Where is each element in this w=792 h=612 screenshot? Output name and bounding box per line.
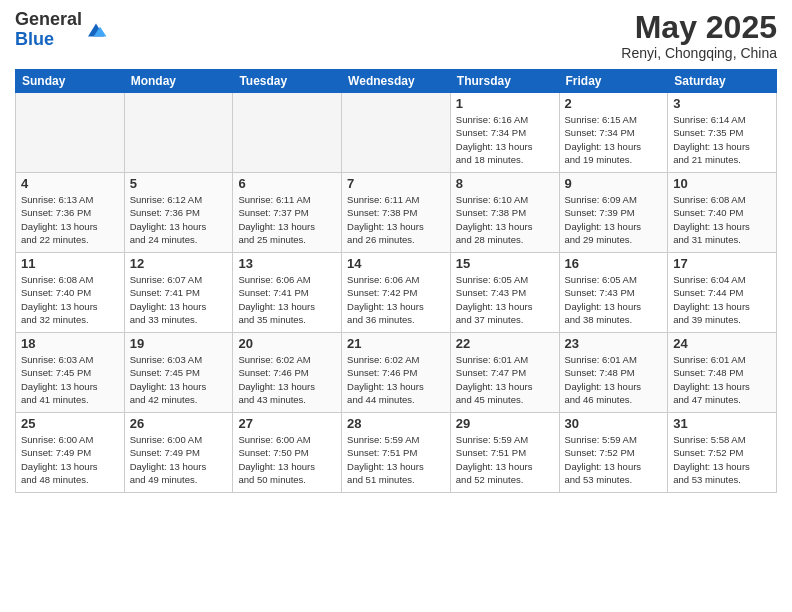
day-info: Sunrise: 6:02 AM Sunset: 7:46 PM Dayligh…	[347, 353, 445, 406]
day-info: Sunrise: 6:07 AM Sunset: 7:41 PM Dayligh…	[130, 273, 228, 326]
week-row-2: 4Sunrise: 6:13 AM Sunset: 7:36 PM Daylig…	[16, 173, 777, 253]
day-cell: 21Sunrise: 6:02 AM Sunset: 7:46 PM Dayli…	[342, 333, 451, 413]
day-info: Sunrise: 6:00 AM Sunset: 7:50 PM Dayligh…	[238, 433, 336, 486]
day-cell: 11Sunrise: 6:08 AM Sunset: 7:40 PM Dayli…	[16, 253, 125, 333]
day-info: Sunrise: 6:08 AM Sunset: 7:40 PM Dayligh…	[21, 273, 119, 326]
day-cell: 3Sunrise: 6:14 AM Sunset: 7:35 PM Daylig…	[668, 93, 777, 173]
day-cell: 22Sunrise: 6:01 AM Sunset: 7:47 PM Dayli…	[450, 333, 559, 413]
day-cell: 15Sunrise: 6:05 AM Sunset: 7:43 PM Dayli…	[450, 253, 559, 333]
day-info: Sunrise: 6:08 AM Sunset: 7:40 PM Dayligh…	[673, 193, 771, 246]
calendar-page: General Blue May 2025 Renyi, Chongqing, …	[0, 0, 792, 612]
day-cell: 24Sunrise: 6:01 AM Sunset: 7:48 PM Dayli…	[668, 333, 777, 413]
month-title: May 2025	[621, 10, 777, 45]
day-cell	[233, 93, 342, 173]
week-row-3: 11Sunrise: 6:08 AM Sunset: 7:40 PM Dayli…	[16, 253, 777, 333]
day-cell: 7Sunrise: 6:11 AM Sunset: 7:38 PM Daylig…	[342, 173, 451, 253]
day-cell: 20Sunrise: 6:02 AM Sunset: 7:46 PM Dayli…	[233, 333, 342, 413]
weekday-header-sunday: Sunday	[16, 70, 125, 93]
day-info: Sunrise: 6:05 AM Sunset: 7:43 PM Dayligh…	[565, 273, 663, 326]
day-cell: 1Sunrise: 6:16 AM Sunset: 7:34 PM Daylig…	[450, 93, 559, 173]
day-number: 23	[565, 336, 663, 351]
day-cell: 9Sunrise: 6:09 AM Sunset: 7:39 PM Daylig…	[559, 173, 668, 253]
day-info: Sunrise: 6:11 AM Sunset: 7:38 PM Dayligh…	[347, 193, 445, 246]
day-info: Sunrise: 6:14 AM Sunset: 7:35 PM Dayligh…	[673, 113, 771, 166]
day-info: Sunrise: 6:11 AM Sunset: 7:37 PM Dayligh…	[238, 193, 336, 246]
day-cell: 30Sunrise: 5:59 AM Sunset: 7:52 PM Dayli…	[559, 413, 668, 493]
day-info: Sunrise: 6:10 AM Sunset: 7:38 PM Dayligh…	[456, 193, 554, 246]
day-cell: 27Sunrise: 6:00 AM Sunset: 7:50 PM Dayli…	[233, 413, 342, 493]
day-cell: 25Sunrise: 6:00 AM Sunset: 7:49 PM Dayli…	[16, 413, 125, 493]
day-info: Sunrise: 5:58 AM Sunset: 7:52 PM Dayligh…	[673, 433, 771, 486]
day-number: 6	[238, 176, 336, 191]
day-info: Sunrise: 6:00 AM Sunset: 7:49 PM Dayligh…	[130, 433, 228, 486]
day-cell: 2Sunrise: 6:15 AM Sunset: 7:34 PM Daylig…	[559, 93, 668, 173]
day-number: 22	[456, 336, 554, 351]
logo: General Blue	[15, 10, 108, 50]
day-number: 24	[673, 336, 771, 351]
day-number: 18	[21, 336, 119, 351]
day-number: 5	[130, 176, 228, 191]
day-number: 14	[347, 256, 445, 271]
logo-icon	[84, 18, 108, 42]
logo-general: General	[15, 9, 82, 29]
day-number: 26	[130, 416, 228, 431]
day-number: 12	[130, 256, 228, 271]
day-info: Sunrise: 6:00 AM Sunset: 7:49 PM Dayligh…	[21, 433, 119, 486]
day-number: 28	[347, 416, 445, 431]
day-cell: 8Sunrise: 6:10 AM Sunset: 7:38 PM Daylig…	[450, 173, 559, 253]
day-number: 21	[347, 336, 445, 351]
week-row-5: 25Sunrise: 6:00 AM Sunset: 7:49 PM Dayli…	[16, 413, 777, 493]
day-number: 29	[456, 416, 554, 431]
day-cell: 29Sunrise: 5:59 AM Sunset: 7:51 PM Dayli…	[450, 413, 559, 493]
day-number: 17	[673, 256, 771, 271]
weekday-header-friday: Friday	[559, 70, 668, 93]
day-info: Sunrise: 6:13 AM Sunset: 7:36 PM Dayligh…	[21, 193, 119, 246]
day-number: 19	[130, 336, 228, 351]
day-info: Sunrise: 6:06 AM Sunset: 7:42 PM Dayligh…	[347, 273, 445, 326]
day-info: Sunrise: 6:06 AM Sunset: 7:41 PM Dayligh…	[238, 273, 336, 326]
day-number: 27	[238, 416, 336, 431]
day-number: 31	[673, 416, 771, 431]
day-cell: 10Sunrise: 6:08 AM Sunset: 7:40 PM Dayli…	[668, 173, 777, 253]
weekday-header-tuesday: Tuesday	[233, 70, 342, 93]
day-number: 11	[21, 256, 119, 271]
day-info: Sunrise: 6:03 AM Sunset: 7:45 PM Dayligh…	[21, 353, 119, 406]
day-cell: 4Sunrise: 6:13 AM Sunset: 7:36 PM Daylig…	[16, 173, 125, 253]
day-cell: 13Sunrise: 6:06 AM Sunset: 7:41 PM Dayli…	[233, 253, 342, 333]
day-number: 3	[673, 96, 771, 111]
day-info: Sunrise: 6:01 AM Sunset: 7:48 PM Dayligh…	[565, 353, 663, 406]
week-row-1: 1Sunrise: 6:16 AM Sunset: 7:34 PM Daylig…	[16, 93, 777, 173]
day-info: Sunrise: 6:01 AM Sunset: 7:48 PM Dayligh…	[673, 353, 771, 406]
weekday-header-wednesday: Wednesday	[342, 70, 451, 93]
weekday-header-monday: Monday	[124, 70, 233, 93]
day-info: Sunrise: 6:04 AM Sunset: 7:44 PM Dayligh…	[673, 273, 771, 326]
day-info: Sunrise: 5:59 AM Sunset: 7:51 PM Dayligh…	[347, 433, 445, 486]
weekday-header-row: SundayMondayTuesdayWednesdayThursdayFrid…	[16, 70, 777, 93]
day-number: 1	[456, 96, 554, 111]
day-number: 16	[565, 256, 663, 271]
day-number: 13	[238, 256, 336, 271]
day-number: 25	[21, 416, 119, 431]
title-block: May 2025 Renyi, Chongqing, China	[621, 10, 777, 61]
day-info: Sunrise: 6:15 AM Sunset: 7:34 PM Dayligh…	[565, 113, 663, 166]
day-number: 15	[456, 256, 554, 271]
day-info: Sunrise: 6:12 AM Sunset: 7:36 PM Dayligh…	[130, 193, 228, 246]
page-header: General Blue May 2025 Renyi, Chongqing, …	[15, 10, 777, 61]
weekday-header-saturday: Saturday	[668, 70, 777, 93]
day-number: 8	[456, 176, 554, 191]
day-number: 4	[21, 176, 119, 191]
day-info: Sunrise: 5:59 AM Sunset: 7:51 PM Dayligh…	[456, 433, 554, 486]
day-cell: 6Sunrise: 6:11 AM Sunset: 7:37 PM Daylig…	[233, 173, 342, 253]
day-info: Sunrise: 6:02 AM Sunset: 7:46 PM Dayligh…	[238, 353, 336, 406]
day-number: 9	[565, 176, 663, 191]
day-cell: 16Sunrise: 6:05 AM Sunset: 7:43 PM Dayli…	[559, 253, 668, 333]
day-cell: 19Sunrise: 6:03 AM Sunset: 7:45 PM Dayli…	[124, 333, 233, 413]
day-cell: 14Sunrise: 6:06 AM Sunset: 7:42 PM Dayli…	[342, 253, 451, 333]
day-number: 10	[673, 176, 771, 191]
day-cell: 12Sunrise: 6:07 AM Sunset: 7:41 PM Dayli…	[124, 253, 233, 333]
weekday-header-thursday: Thursday	[450, 70, 559, 93]
day-cell: 18Sunrise: 6:03 AM Sunset: 7:45 PM Dayli…	[16, 333, 125, 413]
day-info: Sunrise: 6:05 AM Sunset: 7:43 PM Dayligh…	[456, 273, 554, 326]
day-info: Sunrise: 6:09 AM Sunset: 7:39 PM Dayligh…	[565, 193, 663, 246]
day-cell	[342, 93, 451, 173]
